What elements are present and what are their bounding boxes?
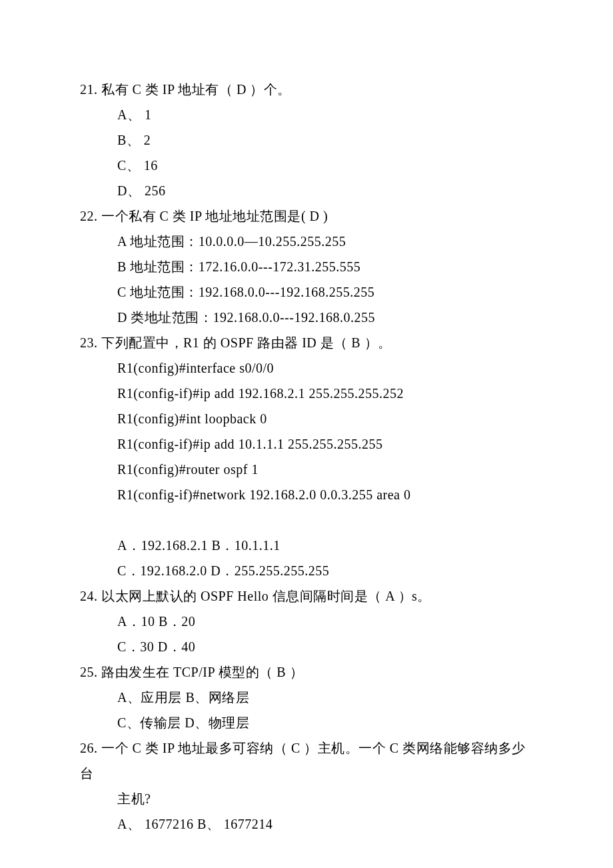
question-21: 21. 私有 C 类 IP 地址有（ D ）个。 (80, 77, 533, 102)
q22-option-a: A 地址范围：10.0.0.0—10.255.255.255 (80, 229, 533, 254)
question-25: 25. 路由发生在 TCP/IP 模型的（ B ） (80, 659, 533, 685)
q23-config-line-5: R1(config)#router ospf 1 (80, 457, 533, 482)
question-23: 23. 下列配置中，R1 的 OSPF 路由器 ID 是（ B ）。 (80, 330, 533, 355)
q23-config-line-3: R1(config)#int loopback 0 (80, 406, 533, 431)
q21-option-d: D、 256 (80, 178, 533, 203)
q25-options-ab: A、应用层 B、网络层 (80, 685, 533, 710)
q22-option-b: B 地址范围：172.16.0.0---172.31.255.555 (80, 254, 533, 279)
blank-line (80, 507, 533, 533)
q21-option-b: B、 2 (80, 127, 533, 153)
q24-options-cd: C．30 D．40 (80, 634, 533, 659)
q23-config-line-4: R1(config-if)#ip add 10.1.1.1 255.255.25… (80, 431, 533, 457)
q23-options-ab: A．192.168.2.1 B．10.1.1.1 (80, 533, 533, 558)
q22-option-c: C 地址范围：192.168.0.0---192.168.255.255 (80, 279, 533, 305)
question-24: 24. 以太网上默认的 OSPF Hello 信息间隔时间是（ A ）s。 (80, 583, 533, 609)
q21-option-c: C、 16 (80, 153, 533, 178)
q23-config-line-6: R1(config-if)#network 192.168.2.0 0.0.3.… (80, 482, 533, 507)
q22-option-d: D 类地址范围：192.168.0.0---192.168.0.255 (80, 305, 533, 330)
question-26-line-1: 26. 一个 C 类 IP 地址最多可容纳（ C ）主机。一个 C 类网络能够容… (80, 735, 533, 786)
q23-config-line-2: R1(config-if)#ip add 192.168.2.1 255.255… (80, 381, 533, 406)
q26-options-ab: A、 1677216 B、 1677214 (80, 811, 533, 837)
question-26-line-2: 主机? (80, 786, 533, 811)
q23-config-line-1: R1(config)#interface s0/0/0 (80, 355, 533, 381)
document-page: 21. 私有 C 类 IP 地址有（ D ）个。 A、 1 B、 2 C、 16… (0, 0, 613, 868)
q23-options-cd: C．192.168.2.0 D．255.255.255.255 (80, 558, 533, 583)
q21-option-a: A、 1 (80, 102, 533, 127)
question-22: 22. 一个私有 C 类 IP 地址地址范围是( D ) (80, 203, 533, 229)
q25-options-cd: C、传输层 D、物理层 (80, 710, 533, 735)
q24-options-ab: A．10 B．20 (80, 609, 533, 634)
